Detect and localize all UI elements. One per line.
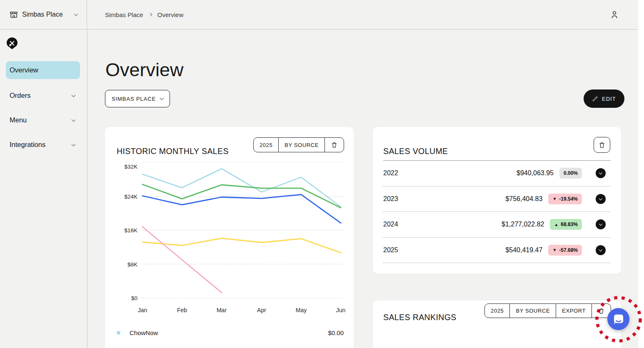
change-percent: -19.54% [559, 196, 578, 202]
sales-volume-row: 2025$540,419.47▼-57.68% [383, 238, 611, 263]
legend-value: $0.00 [328, 329, 344, 336]
change-badge: ▲68.83% [550, 219, 582, 230]
chart-legend-row: ChowNow $0.00 [117, 326, 344, 339]
triangle-down-icon: ▼ [552, 248, 557, 252]
sidebar-item-integrations[interactable]: Integrations [6, 136, 80, 154]
year-filter-button[interactable]: 2025 [254, 138, 278, 152]
svg-text:$0: $0 [131, 295, 137, 301]
edit-button-label: EDIT [602, 96, 616, 102]
svg-text:May: May [296, 307, 307, 313]
edit-button[interactable]: EDIT [584, 89, 624, 108]
chevron-down-icon [72, 117, 76, 122]
row-expand-button[interactable] [596, 194, 606, 204]
chevron-down-icon [599, 248, 602, 251]
row-amount: $540,419.47 [505, 246, 542, 254]
chevron-down-icon [599, 171, 602, 174]
chat-bubble-icon [612, 313, 625, 326]
sidebar-item-orders[interactable]: Orders [6, 87, 80, 104]
sidebar-item-overview[interactable]: Overview [6, 61, 80, 79]
storefront-icon [9, 10, 18, 19]
row-amount: $1,277,022.82 [502, 221, 544, 228]
source-filter-button[interactable]: BY SOURCE [278, 138, 324, 152]
chevron-down-icon [599, 197, 602, 200]
change-badge: ▼-19.54% [548, 194, 582, 204]
row-year: 2022 [383, 169, 398, 177]
change-percent: 68.83% [561, 221, 578, 227]
row-expand-button[interactable] [596, 168, 606, 178]
location-selector-label: SIMBAS PLACE [112, 96, 156, 102]
chevron-down-icon [72, 93, 76, 97]
change-percent: -57.68% [559, 247, 578, 253]
row-expand-button[interactable] [596, 219, 606, 229]
change-percent: 0.00% [564, 170, 578, 176]
svg-text:Mar: Mar [217, 307, 227, 313]
row-amount: $940,063.95 [517, 169, 554, 177]
svg-text:$8K: $8K [127, 261, 137, 268]
app-window: Simbas Place Simbas Place Overview Overv… [0, 0, 644, 348]
row-year: 2025 [383, 246, 398, 254]
store-switcher-label: Simbas Place [22, 11, 63, 18]
sidebar-item-label: Orders [10, 92, 30, 99]
sidebar-item-menu[interactable]: Menu [6, 111, 80, 129]
trash-icon [598, 141, 606, 149]
svg-text:Feb: Feb [177, 307, 187, 313]
breadcrumb-current: Overview [157, 11, 184, 18]
delete-widget-button[interactable] [324, 138, 344, 152]
row-year: 2024 [383, 221, 398, 228]
year-filter-button[interactable]: 2025 [485, 304, 509, 318]
card-title: SALES VOLUME [383, 147, 448, 156]
sales-volume-row: 2023$756,404.83▼-19.54% [383, 186, 611, 212]
source-filter-button[interactable]: BY SOURCE [509, 304, 556, 318]
store-switcher[interactable]: Simbas Place [0, 0, 87, 29]
topbar: Simbas Place Simbas Place Overview [0, 0, 638, 30]
chownow-logo-icon [6, 37, 18, 50]
historic-monthly-sales-card: HISTORIC MONTHLY SALES 2025 BY SOURCE $0… [105, 127, 354, 348]
chevron-down-icon [72, 142, 76, 146]
monthly-sales-line-chart: $0$8K$16K$24K$32KJanFebMarAprMayJun [105, 152, 354, 318]
chevron-down-icon [74, 12, 78, 16]
sales-volume-row: 2022$940,063.950.00% [383, 161, 611, 186]
breadcrumb: Simbas Place Overview [105, 0, 183, 29]
rankings-controls: 2025 BY SOURCE EXPORT [484, 303, 611, 318]
sales-volume-rows: 2022$940,063.950.00%2023$756,404.83▼-19.… [383, 161, 611, 263]
change-badge: ▼-57.68% [548, 245, 582, 256]
chevron-right-icon [148, 13, 152, 16]
svg-text:$32K: $32K [124, 164, 137, 170]
legend-color-dot [117, 331, 120, 335]
delete-widget-button[interactable] [594, 137, 610, 153]
row-amount: $756,404.83 [505, 195, 542, 203]
chevron-down-icon [599, 222, 602, 226]
sidebar: OverviewOrdersMenuIntegrations [0, 29, 87, 348]
svg-text:$16K: $16K [124, 227, 137, 234]
svg-text:Jan: Jan [138, 307, 147, 313]
triangle-down-icon: ▼ [552, 196, 557, 201]
svg-text:$24K: $24K [124, 194, 137, 200]
sidebar-item-label: Integrations [10, 141, 45, 149]
export-button[interactable]: EXPORT [556, 304, 592, 318]
row-expand-button[interactable] [596, 245, 606, 255]
sales-volume-row: 2024$1,277,022.82▲68.83% [383, 212, 611, 238]
sidebar-item-label: Menu [10, 116, 27, 124]
card-title: SALES RANKINGS [383, 313, 457, 322]
chart-controls: 2025 BY SOURCE [253, 137, 344, 152]
sales-rankings-card: SALES RANKINGS 2025 BY SOURCE EXPORT [373, 301, 621, 348]
window-edge [638, 0, 644, 348]
trash-icon [598, 307, 605, 315]
row-year: 2023 [383, 195, 398, 203]
breadcrumb-root[interactable]: Simbas Place [105, 11, 143, 18]
triangle-up-icon: ▲ [554, 222, 558, 227]
sales-volume-card: SALES VOLUME 2022$940,063.950.00%2023$75… [373, 127, 621, 274]
page-title: Overview [105, 59, 184, 81]
chat-launcher-button[interactable] [607, 308, 629, 330]
svg-text:Jun: Jun [336, 307, 346, 313]
legend-label: ChowNow [130, 329, 158, 336]
change-badge: 0.00% [559, 168, 582, 179]
trash-icon [331, 141, 338, 149]
pencil-icon [592, 96, 598, 102]
chevron-down-icon [160, 96, 164, 100]
location-selector-button[interactable]: SIMBAS PLACE [105, 90, 170, 107]
svg-text:Apr: Apr [257, 307, 266, 313]
sidebar-item-label: Overview [10, 66, 38, 74]
user-account-icon[interactable] [609, 9, 620, 20]
